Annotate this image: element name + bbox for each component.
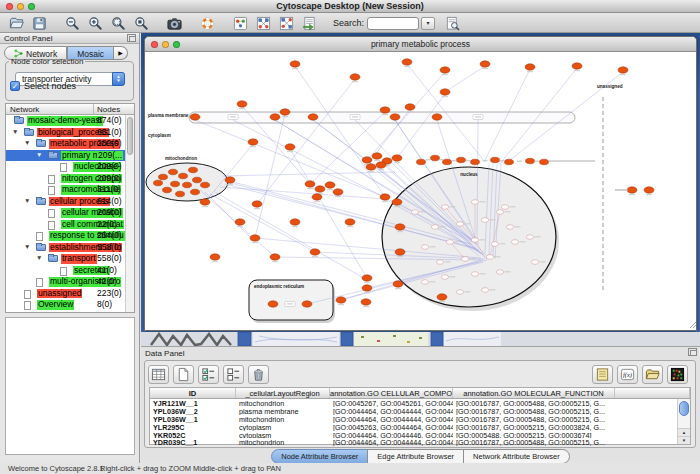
formula-builder-button[interactable]: f(x) bbox=[617, 365, 638, 384]
tab-network-attribute-browser[interactable]: Network Attribute Browser bbox=[463, 449, 570, 464]
attribute-matrix-button[interactable] bbox=[667, 365, 688, 384]
graph-node[interactable] bbox=[290, 219, 300, 225]
graph-node[interactable] bbox=[395, 224, 405, 230]
column-header[interactable]: annotation.GO CELLULAR_COMPONENT bbox=[330, 388, 453, 398]
graph-node[interactable] bbox=[372, 153, 382, 159]
graph-node[interactable] bbox=[496, 270, 503, 275]
tree-row[interactable]: macromolecule311(0) bbox=[6, 184, 134, 196]
graph-node[interactable] bbox=[380, 107, 390, 113]
graph-node[interactable] bbox=[225, 177, 235, 183]
graph-node[interactable] bbox=[154, 180, 163, 186]
tab-edge-attribute-browser[interactable]: Edge Attribute Browser bbox=[367, 449, 464, 464]
network-canvas[interactable]: plasma membranecytoplasmmitochondrionnuc… bbox=[145, 52, 697, 330]
column-header[interactable]: _cellularLayoutRegion bbox=[236, 388, 330, 398]
graph-node[interactable] bbox=[491, 242, 498, 247]
tree-row[interactable]: nitrogen compo209(0) bbox=[6, 173, 134, 185]
graph-node[interactable] bbox=[505, 159, 514, 165]
zoom-selected-button[interactable] bbox=[131, 15, 152, 32]
birdseye-panel[interactable] bbox=[5, 317, 135, 455]
expand-arrow-icon[interactable]: ▼ bbox=[36, 151, 42, 158]
graph-node[interactable] bbox=[270, 114, 280, 120]
graph-node[interactable] bbox=[392, 199, 402, 205]
graph-node[interactable] bbox=[456, 222, 463, 227]
graph-node[interactable] bbox=[305, 181, 315, 187]
resize-grip-icon[interactable] bbox=[696, 326, 697, 328]
table-row[interactable]: YJR121W__1mitochondrion[GO:0045267, GO:0… bbox=[150, 399, 690, 407]
graph-node[interactable] bbox=[393, 281, 403, 287]
graph-node[interactable] bbox=[440, 89, 450, 95]
delete-attribute-button[interactable] bbox=[248, 365, 269, 384]
expand-arrow-icon[interactable]: ▼ bbox=[24, 243, 30, 250]
graph-node[interactable] bbox=[457, 157, 466, 163]
graph-node[interactable] bbox=[471, 238, 478, 243]
column-header[interactable]: ID bbox=[150, 388, 236, 398]
graph-node[interactable] bbox=[618, 67, 628, 73]
tree-row[interactable]: mosaic-demo-yeast874(0) bbox=[6, 115, 134, 127]
import-attributes-button[interactable] bbox=[642, 365, 663, 384]
graph-node[interactable] bbox=[480, 61, 490, 67]
graph-node[interactable] bbox=[268, 301, 278, 307]
graph-node[interactable] bbox=[200, 199, 210, 205]
graph-node[interactable] bbox=[315, 186, 325, 192]
expand-arrow-icon[interactable]: ▼ bbox=[36, 254, 42, 261]
show-table-button[interactable] bbox=[148, 365, 169, 384]
expand-arrow-icon[interactable]: ▼ bbox=[24, 197, 30, 204]
graph-node[interactable] bbox=[456, 290, 463, 295]
layout-one-button[interactable] bbox=[253, 15, 274, 32]
graph-node[interactable] bbox=[501, 205, 508, 210]
graph-node[interactable] bbox=[235, 219, 245, 225]
graph-node[interactable] bbox=[390, 114, 400, 120]
select-nodes-checkbox[interactable]: ✓ bbox=[10, 81, 20, 91]
table-row[interactable]: YKR052Ccytoplasm[GO:0044464, GO:0044446,… bbox=[150, 431, 690, 439]
graph-node[interactable] bbox=[189, 167, 198, 173]
open-file-button[interactable] bbox=[6, 15, 27, 32]
graph-node[interactable] bbox=[252, 201, 262, 207]
graph-node[interactable] bbox=[402, 59, 412, 65]
graph-node[interactable] bbox=[432, 114, 442, 120]
search-dropdown-button[interactable]: ▾ bbox=[421, 17, 435, 30]
graph-node[interactable] bbox=[193, 177, 202, 183]
graph-node[interactable] bbox=[437, 294, 447, 300]
tree-scrollbar[interactable] bbox=[125, 115, 134, 312]
table-scrollbar-thumb[interactable] bbox=[679, 401, 689, 416]
table-row[interactable]: YPL036W__2plasma membrane[GO:0044464, GO… bbox=[150, 407, 690, 415]
resize-grip-icon[interactable] bbox=[693, 323, 697, 328]
float-panel-icon[interactable] bbox=[127, 34, 136, 42]
graph-node[interactable] bbox=[417, 159, 426, 165]
graph-node[interactable] bbox=[440, 67, 450, 73]
graph-node[interactable] bbox=[290, 61, 300, 67]
tree-scrollbar-thumb[interactable] bbox=[127, 117, 133, 155]
scroll-down-button[interactable]: ▼ bbox=[678, 436, 690, 444]
tree-row[interactable]: Overview8(0) bbox=[6, 299, 134, 311]
graph-node[interactable] bbox=[270, 254, 280, 260]
graph-node[interactable] bbox=[461, 257, 468, 262]
tree-row[interactable]: nucleobase-209(0) bbox=[6, 161, 134, 173]
graph-node[interactable] bbox=[308, 114, 318, 120]
vizmapper-button[interactable] bbox=[230, 15, 251, 32]
graph-node[interactable] bbox=[627, 187, 637, 193]
layout-two-button[interactable] bbox=[276, 15, 297, 32]
graph-node[interactable] bbox=[421, 280, 428, 285]
graph-node[interactable] bbox=[250, 235, 260, 241]
graph-node[interactable] bbox=[436, 260, 443, 265]
graph-node[interactable] bbox=[362, 285, 372, 291]
graph-node[interactable] bbox=[496, 210, 503, 215]
graph-node[interactable] bbox=[350, 74, 360, 80]
graph-node[interactable] bbox=[171, 181, 180, 187]
column-header[interactable]: annotation.GO MOLECULAR_FUNCTION bbox=[453, 388, 615, 398]
graph-node[interactable] bbox=[572, 63, 582, 69]
graph-node[interactable] bbox=[471, 272, 478, 277]
graph-node[interactable] bbox=[441, 275, 448, 280]
graph-node[interactable] bbox=[526, 158, 535, 164]
search-input[interactable] bbox=[367, 17, 419, 30]
graph-node[interactable] bbox=[312, 194, 322, 200]
graph-node[interactable] bbox=[183, 182, 192, 188]
graph-node[interactable] bbox=[336, 297, 346, 303]
help-button[interactable] bbox=[197, 15, 218, 32]
float-data-panel-icon[interactable] bbox=[688, 348, 697, 356]
graph-node[interactable] bbox=[362, 275, 372, 281]
zoom-fit-button[interactable] bbox=[108, 15, 129, 32]
graph-node[interactable] bbox=[333, 189, 343, 195]
attribute-notes-button[interactable] bbox=[592, 365, 613, 384]
graph-node[interactable] bbox=[345, 219, 355, 225]
